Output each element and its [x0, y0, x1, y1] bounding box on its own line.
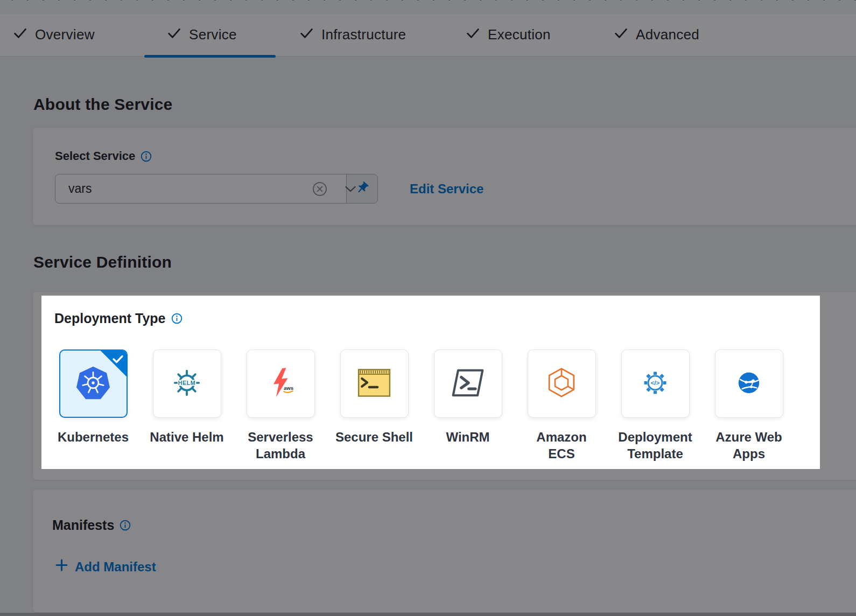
deployment-type-deployment-template: </> Deployment Template [608, 349, 702, 462]
svg-text:aws: aws [284, 385, 293, 391]
serverless-lambda-icon: aws [264, 367, 297, 401]
deployment-type-label-amazon-ecs: Amazon ECS [536, 429, 586, 462]
stage-tab-bar: Overview Service Infrastructure Executio… [0, 13, 856, 57]
azure-web-apps-tile[interactable] [715, 349, 783, 418]
service-select-input[interactable] [55, 174, 347, 204]
tab-service[interactable]: Service [167, 13, 237, 56]
active-tab-underline [144, 55, 276, 58]
service-select-row [55, 174, 378, 204]
secure-shell-tile[interactable] [340, 349, 409, 418]
deployment-type-kubernetes: Kubernetes [46, 349, 140, 462]
tab-label: Infrastructure [321, 26, 406, 43]
deployment-type-label-secure-shell: Secure Shell [335, 429, 413, 445]
check-icon [466, 26, 480, 44]
helm-icon: HELM [170, 366, 204, 402]
plus-icon [55, 558, 68, 575]
select-service-label-text: Select Service [55, 149, 135, 163]
deployment-type-label: Deployment Type [54, 311, 183, 326]
check-icon [614, 26, 628, 44]
azure-web-apps-icon [732, 366, 766, 402]
edit-service-link[interactable]: Edit Service [410, 174, 483, 204]
page-bottom-strip [0, 613, 856, 616]
deployment-type-label-winrm: WinRM [446, 429, 489, 445]
tab-label: Advanced [636, 26, 699, 43]
kubernetes-tile[interactable] [59, 349, 128, 418]
check-icon [13, 26, 27, 44]
clear-icon[interactable] [312, 181, 327, 197]
pipeline-canvas-strip [0, 0, 856, 13]
deployment-type-serverless-lambda: aws Serverless Lambda [234, 349, 327, 462]
tab-label: Service [189, 26, 237, 43]
select-service-label: Select Service [55, 149, 152, 163]
winrm-icon [451, 368, 485, 400]
deployment-type-native-helm: HELM Native Helm [140, 349, 234, 462]
deployment-type-label-azure-web-apps: Azure Web Apps [715, 429, 782, 462]
deployment-type-tiles: Kubernetes HELM Na [46, 349, 796, 462]
service-definition-heading: Service Definition [33, 253, 172, 271]
native-helm-tile[interactable]: HELM [153, 349, 221, 418]
selected-check-icon [112, 354, 124, 366]
tab-overview[interactable]: Overview [13, 13, 95, 56]
svg-text:</>: </> [650, 379, 659, 386]
info-icon[interactable] [171, 313, 183, 324]
deployment-type-panel: Deployment Type [41, 296, 820, 469]
manifests-heading-text: Manifests [52, 517, 114, 533]
add-manifest-button[interactable]: Add Manifest [55, 558, 156, 575]
tab-execution[interactable]: Execution [466, 13, 551, 56]
info-icon[interactable] [141, 151, 152, 162]
serverless-lambda-tile[interactable]: aws [247, 349, 315, 418]
winrm-tile[interactable] [434, 349, 502, 418]
deployment-type-secure-shell: Secure Shell [327, 349, 421, 462]
kubernetes-icon [75, 366, 111, 402]
about-service-card: Select Service Edit Service [32, 127, 856, 226]
manifests-heading: Manifests [52, 517, 131, 533]
deployment-type-azure-web-apps: Azure Web Apps [702, 349, 796, 462]
check-icon [299, 26, 314, 44]
add-manifest-label: Add Manifest [75, 559, 156, 575]
deployment-type-label-kubernetes: Kubernetes [58, 429, 129, 445]
manifests-card: Manifests Add Manifest [32, 489, 856, 613]
about-service-heading: About the Service [33, 95, 172, 114]
pin-icon [355, 181, 369, 197]
chevron-down-icon[interactable] [345, 185, 356, 192]
tab-label: Overview [35, 26, 95, 43]
tab-infrastructure[interactable]: Infrastructure [299, 13, 406, 56]
svg-text:HELM: HELM [178, 379, 195, 386]
deployment-type-label-native-helm: Native Helm [150, 429, 223, 445]
tab-label: Execution [488, 26, 551, 43]
deployment-type-label-serverless-lambda: Serverless Lambda [248, 429, 313, 462]
tab-advanced[interactable]: Advanced [614, 13, 699, 56]
info-icon[interactable] [120, 520, 131, 531]
deployment-template-icon: </> [639, 366, 672, 402]
deployment-type-winrm: WinRM [421, 349, 515, 462]
amazon-ecs-icon [545, 367, 578, 401]
secure-shell-icon [357, 368, 391, 400]
deployment-type-label-deployment-template: Deployment Template [618, 429, 692, 462]
check-icon [167, 26, 181, 44]
deployment-type-amazon-ecs: Amazon ECS [515, 349, 608, 462]
deployment-type-label-text: Deployment Type [54, 311, 166, 326]
deployment-template-tile[interactable]: </> [621, 349, 690, 418]
amazon-ecs-tile[interactable] [528, 349, 596, 418]
